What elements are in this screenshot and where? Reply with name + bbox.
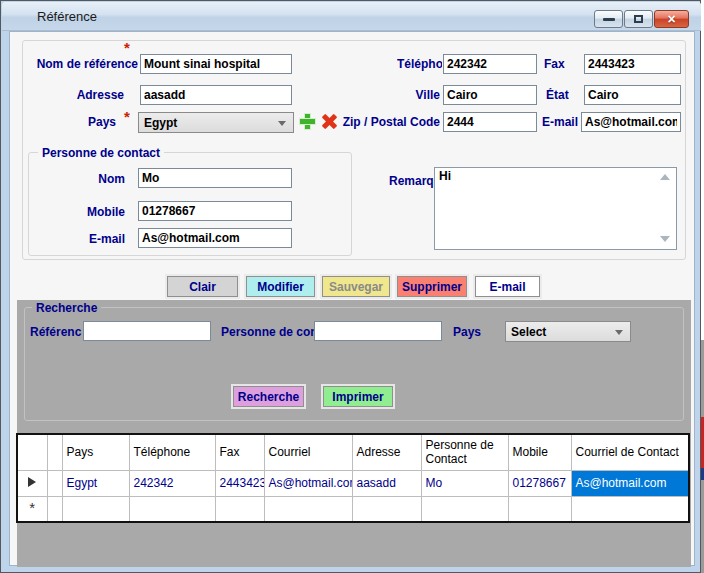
add-country-icon[interactable] (299, 113, 316, 130)
scroll-up-icon[interactable] (660, 174, 670, 180)
contact-mobile-label: Mobile (60, 205, 125, 219)
clair-button[interactable]: Clair (167, 276, 238, 297)
imprimer-button[interactable]: Imprimer (323, 386, 393, 407)
grid-cell[interactable] (264, 496, 352, 522)
window-title: Référence (37, 9, 97, 24)
ville-input[interactable] (443, 85, 537, 105)
grid-cell[interactable] (508, 496, 571, 522)
scroll-down-icon[interactable] (660, 236, 670, 242)
search-contact-input[interactable] (314, 321, 442, 341)
nom-reference-label: Nom de référence (28, 57, 138, 71)
etat-label: État (546, 88, 576, 102)
ville-label: Ville (408, 88, 440, 102)
maximize-button[interactable] (624, 10, 653, 28)
grid-cell[interactable] (62, 496, 129, 522)
grid-cell[interactable] (352, 496, 421, 522)
remarque-label: Remarq (389, 174, 434, 188)
grid-cell-courriel[interactable]: As@hotmail.com (264, 470, 352, 496)
adresse-label: Adresse (28, 88, 124, 102)
contact-mobile-input[interactable] (138, 201, 292, 221)
maximize-icon (634, 15, 643, 23)
required-marker: * (124, 112, 130, 122)
remarque-textarea[interactable]: Hi (434, 167, 677, 250)
new-row-icon: * (29, 499, 35, 516)
recherche-group-title: Recherche (32, 301, 101, 315)
results-grid: Pays Téléphone Fax Courriel Adresse Pers… (16, 433, 690, 523)
fax-label: Fax (544, 57, 572, 71)
minimize-icon (603, 18, 615, 21)
search-contact-label: Personne de con (221, 325, 314, 339)
grid-cell[interactable] (571, 496, 689, 522)
grid-header-row: Pays Téléphone Fax Courriel Adresse Pers… (17, 434, 689, 470)
grid-header-personne[interactable]: Personne de Contact (421, 434, 508, 470)
delete-country-icon[interactable] (320, 113, 337, 130)
etat-input[interactable] (584, 85, 681, 105)
search-pays-label: Pays (453, 325, 487, 339)
grid-header-fax[interactable]: Fax (215, 434, 264, 470)
grid-cell[interactable] (215, 496, 264, 522)
email-input[interactable] (581, 112, 681, 132)
close-icon: × (667, 12, 675, 26)
title-bar: Référence × (2, 2, 701, 31)
grid-spacer-column (47, 434, 62, 470)
grid-cell[interactable] (47, 496, 62, 522)
search-reference-label: Référenc (30, 325, 83, 339)
adresse-input[interactable] (140, 85, 292, 105)
grid-header-adresse[interactable]: Adresse (352, 434, 421, 470)
chevron-down-icon (278, 121, 286, 126)
grid-cell[interactable] (421, 496, 508, 522)
pays-combobox[interactable]: Egypt (138, 112, 294, 133)
telephone-input[interactable] (443, 54, 537, 74)
grid-cell-personne[interactable]: Mo (421, 470, 508, 496)
grid-cell-pays[interactable]: Egypt (62, 470, 129, 496)
supprimer-button[interactable]: Supprimer (397, 276, 467, 297)
required-marker: * (124, 43, 130, 53)
contact-group-title: Personne de contact (38, 146, 164, 160)
grid-header-mobile[interactable]: Mobile (508, 434, 571, 470)
email-button[interactable]: E-mail (475, 276, 540, 297)
grid-cell[interactable] (129, 496, 215, 522)
pays-selected-value: Egypt (144, 116, 177, 130)
chevron-down-icon (615, 330, 623, 335)
grid-header-telephone[interactable]: Téléphone (129, 434, 215, 470)
telephone-label: Télépho (397, 57, 442, 71)
current-row-indicator (17, 470, 47, 496)
nom-reference-input[interactable] (140, 54, 292, 74)
search-pays-selected-value: Select (511, 325, 546, 339)
grid-cell-mobile[interactable]: 01278667 (508, 470, 571, 496)
zip-label: Zip / Postal Code (338, 115, 440, 129)
contact-email-input[interactable] (138, 228, 292, 248)
grid-header-pays[interactable]: Pays (62, 434, 129, 470)
modifier-button[interactable]: Modifier (246, 276, 315, 297)
search-reference-input[interactable] (83, 321, 211, 341)
fax-input[interactable] (584, 54, 681, 74)
minimize-button[interactable] (594, 10, 623, 28)
close-button[interactable]: × (654, 10, 689, 28)
grid-corner-cell (17, 434, 47, 470)
email-label: E-mail (538, 115, 578, 129)
zip-input[interactable] (443, 112, 537, 132)
contact-email-label: E-mail (60, 232, 125, 246)
grid-header-courriel-contact[interactable]: Courriel de Contact (571, 434, 689, 470)
grid-cell[interactable] (47, 470, 62, 496)
recherche-button[interactable]: Recherche (233, 386, 304, 407)
current-row-icon (28, 477, 36, 487)
pays-label: Pays (88, 115, 124, 129)
contact-nom-input[interactable] (138, 168, 292, 188)
grid-data-row[interactable]: Egypt 242342 2443423 As@hotmail.com aasa… (17, 470, 689, 496)
grid-cell-courriel-contact-selected[interactable]: As@hotmail.com (571, 470, 689, 496)
grid-header-courriel[interactable]: Courriel (264, 434, 352, 470)
search-pays-combobox[interactable]: Select (505, 321, 631, 342)
grid-new-row[interactable]: * (17, 496, 689, 522)
grid-cell-telephone[interactable]: 242342 (129, 470, 215, 496)
contact-nom-label: Nom (60, 172, 125, 186)
grid-cell-fax[interactable]: 2443423 (215, 470, 264, 496)
grid-cell-adresse[interactable]: aasadd (352, 470, 421, 496)
sauvegar-button[interactable]: Sauvegar (322, 276, 390, 297)
new-row-indicator: * (17, 496, 47, 522)
